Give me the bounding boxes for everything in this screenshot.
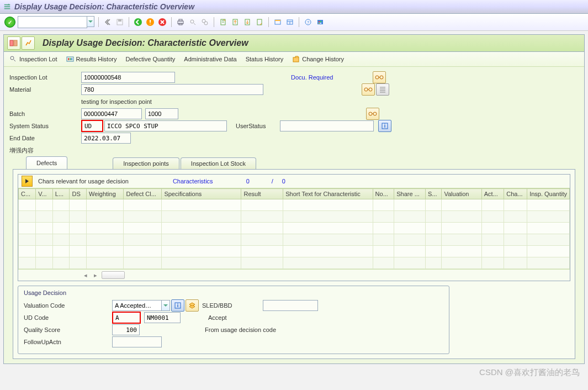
- list-icon[interactable]: [376, 83, 389, 96]
- chars-relevant-label: Chars relevant for usage decision: [38, 178, 129, 185]
- inspection-lot-field[interactable]: [81, 72, 175, 83]
- svg-point-33: [375, 76, 379, 79]
- cancel-icon[interactable]: [157, 17, 167, 27]
- glasses-icon[interactable]: [373, 71, 386, 83]
- characteristics-link[interactable]: Characteristics: [173, 178, 213, 185]
- valuation-code-dropdown[interactable]: [162, 300, 170, 311]
- table-row[interactable]: [19, 234, 570, 246]
- sled-field[interactable]: [263, 300, 318, 311]
- command-dropdown[interactable]: [87, 16, 94, 27]
- svg-rect-26: [14, 40, 17, 46]
- ud-code-label: UD Code: [24, 314, 112, 321]
- svg-text:i: i: [384, 123, 386, 129]
- characteristics-icon[interactable]: [7, 36, 20, 50]
- valuation-code-field[interactable]: [112, 300, 162, 311]
- material-field[interactable]: [81, 84, 263, 95]
- svg-rect-6: [179, 19, 182, 21]
- help-icon[interactable]: ?: [303, 17, 313, 27]
- grid-header-row: C... V... L... DS Weighting Defect Cl...…: [19, 189, 570, 199]
- system-status-field-2[interactable]: [104, 120, 227, 131]
- administrative-data-button[interactable]: Administrative Data: [184, 56, 236, 62]
- table-row[interactable]: [19, 246, 570, 257]
- scroll-slider[interactable]: [102, 271, 125, 279]
- overview-icon[interactable]: [22, 36, 35, 50]
- table-row[interactable]: [19, 223, 570, 234]
- tab-body: Chars relevant for usage decision Charac…: [13, 169, 575, 359]
- end-date-field[interactable]: [81, 133, 131, 144]
- save-icon[interactable]: [115, 17, 125, 27]
- svg-rect-23: [319, 23, 320, 24]
- batch-label: Batch: [9, 110, 81, 117]
- defective-quantity-button[interactable]: Defective Quantity: [125, 56, 175, 62]
- back-icon[interactable]: [133, 17, 143, 27]
- info-icon-2[interactable]: i: [171, 299, 184, 312]
- docu-required-link[interactable]: Docu. Required: [291, 74, 333, 81]
- user-status-label: UserStatus: [236, 123, 280, 129]
- inspection-lot-button[interactable]: Inspection Lot: [9, 55, 57, 63]
- header-form: Inspection Lot Docu. Required Material t…: [4, 67, 584, 363]
- usage-decision-title: Usage Decision: [24, 289, 443, 296]
- window-titlebar: Display Usage Decision: Characteristic O…: [0, 0, 588, 14]
- page-last-icon[interactable]: [255, 17, 264, 27]
- page-down-icon[interactable]: [242, 17, 252, 27]
- enhancement-label: 增强内容: [9, 144, 579, 155]
- settings-icon[interactable]: [315, 17, 325, 27]
- page-first-icon[interactable]: [218, 17, 228, 27]
- tab-inspection-lot-stock[interactable]: Inspection Lot Stock: [181, 157, 256, 169]
- user-status-field[interactable]: [280, 120, 374, 131]
- new-session-icon[interactable]: [273, 17, 283, 27]
- svg-point-8: [190, 20, 194, 23]
- svg-point-36: [369, 88, 372, 91]
- print-icon[interactable]: [176, 17, 186, 27]
- quality-score-label: Quality Score: [24, 326, 112, 333]
- scroll-right-icon[interactable]: ▸: [92, 271, 99, 279]
- window-title: Display Usage Decision: Characteristic O…: [14, 2, 194, 11]
- sled-label: SLED/BBD: [202, 302, 263, 309]
- status-history-button[interactable]: Status History: [246, 56, 283, 62]
- quality-score-field[interactable]: [112, 324, 140, 335]
- svg-point-35: [364, 88, 368, 91]
- page-up-icon[interactable]: [230, 17, 240, 27]
- glasses-icon-3[interactable]: [366, 108, 379, 120]
- system-status-field-1[interactable]: [81, 120, 103, 132]
- tab-inspection-points[interactable]: Inspection points: [113, 157, 179, 169]
- batch-qty-field[interactable]: [145, 108, 178, 119]
- ud-code-field[interactable]: [112, 312, 141, 324]
- svg-rect-21: [319, 21, 320, 22]
- stack-icon[interactable]: [186, 299, 199, 312]
- svg-point-38: [373, 112, 377, 115]
- results-history-button[interactable]: Results History: [66, 55, 117, 63]
- menu-icon[interactable]: [3, 3, 11, 10]
- tab-defects[interactable]: Defects: [26, 156, 67, 169]
- followup-field[interactable]: [112, 336, 162, 347]
- svg-point-10: [204, 22, 208, 25]
- table-row[interactable]: [19, 257, 570, 269]
- batch-field[interactable]: [81, 108, 142, 119]
- exit-icon[interactable]: [145, 17, 155, 27]
- svg-rect-32: [293, 57, 299, 62]
- first-page-icon[interactable]: [103, 17, 113, 27]
- glasses-icon-2[interactable]: [362, 83, 375, 96]
- change-history-button[interactable]: Change History: [292, 55, 344, 63]
- svg-point-37: [369, 112, 372, 115]
- svg-text:i: i: [177, 303, 179, 308]
- svg-point-27: [10, 56, 14, 60]
- command-input[interactable]: [18, 16, 87, 28]
- find-next-icon[interactable]: [200, 17, 210, 27]
- table-row[interactable]: [19, 211, 570, 223]
- layout-icon[interactable]: [285, 17, 295, 27]
- material-label: Material: [9, 86, 81, 93]
- ud-code-group-field[interactable]: [144, 312, 181, 323]
- ok-button[interactable]: ✓: [4, 17, 15, 28]
- inspection-lot-label: Inspection Lot: [9, 74, 81, 81]
- table-row[interactable]: [19, 199, 570, 211]
- svg-rect-22: [320, 21, 321, 22]
- quality-score-text: From usage decision code: [205, 326, 276, 333]
- svg-rect-30: [70, 58, 71, 60]
- info-icon[interactable]: i: [378, 120, 391, 132]
- find-icon[interactable]: [188, 17, 198, 27]
- end-date-label: End Date: [9, 135, 81, 141]
- scroll-left-icon[interactable]: ◂: [82, 271, 89, 279]
- expand-icon[interactable]: [22, 176, 33, 187]
- system-status-label: System Status: [9, 123, 81, 129]
